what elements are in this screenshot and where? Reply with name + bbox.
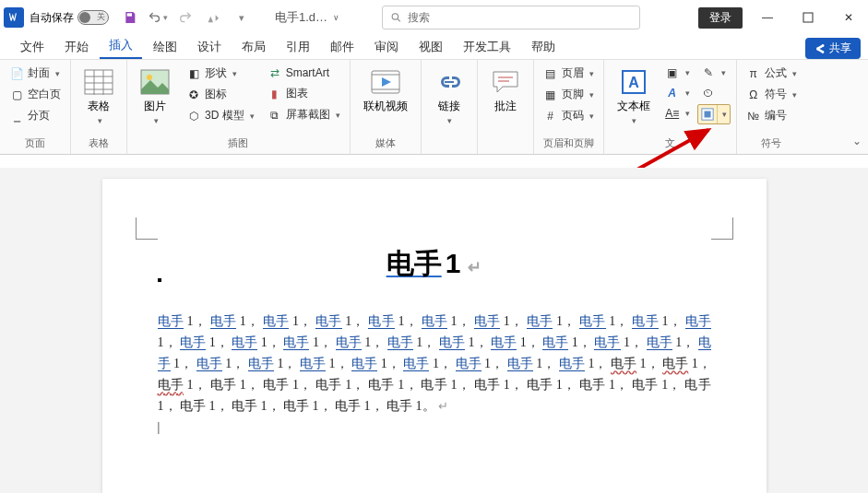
header-icon: ▤: [543, 66, 558, 81]
login-button[interactable]: 登录: [698, 7, 743, 29]
online-video-button[interactable]: 联机视频: [356, 64, 415, 118]
table-button[interactable]: 表格▾: [77, 64, 121, 129]
smartart-button[interactable]: ⇄SmartArt: [264, 64, 344, 82]
autosave-label: 自动保存: [30, 10, 74, 26]
share-icon: [814, 43, 826, 54]
ribbon-tabs: 文件 开始 插入 绘图 设计 布局 引用 邮件 审阅 视图 开发工具 帮助 共享: [0, 35, 868, 59]
undo-button[interactable]: ▾: [148, 7, 168, 28]
tab-insert[interactable]: 插入: [100, 33, 142, 59]
group-label-comments: [504, 137, 506, 154]
redo-button[interactable]: [175, 7, 196, 28]
maximize-button[interactable]: [792, 5, 824, 30]
tab-file[interactable]: 文件: [11, 35, 54, 59]
3d-models-button[interactable]: ⬡3D 模型▾: [183, 106, 258, 125]
group-tables: 表格▾ 表格: [71, 60, 127, 154]
group-label-pages: 页面: [25, 135, 45, 154]
word-app-icon: [4, 7, 24, 28]
cover-page-button[interactable]: 📄封面▾: [6, 64, 65, 83]
object-icon: [698, 105, 717, 123]
textbox-button[interactable]: A 文本框▾: [610, 64, 658, 129]
svg-text:A: A: [628, 75, 639, 90]
group-label-text: 文: [665, 135, 675, 154]
search-box[interactable]: [382, 6, 640, 29]
dropcap-icon: A≡: [665, 106, 680, 121]
tab-developer[interactable]: 开发工具: [454, 35, 520, 59]
document-heading[interactable]: 电手 1 ↵: [158, 245, 711, 283]
symbol-button[interactable]: Ω符号▾: [743, 85, 801, 104]
group-label-media: 媒体: [375, 135, 396, 154]
tab-layout[interactable]: 布局: [232, 35, 275, 59]
table-icon: [84, 67, 113, 97]
cursor-indicator: [158, 278, 161, 282]
page-break-button[interactable]: ⎯分页: [6, 106, 65, 125]
tab-review[interactable]: 审阅: [365, 35, 408, 59]
svg-rect-1: [803, 13, 813, 22]
title-bar: 自动保存 关 ▾ ▾ 电手1.d… ∨ 登录 — ✕: [0, 0, 868, 35]
group-symbols: π公式▾ Ω符号▾ №编号 符号: [737, 60, 806, 154]
tab-draw[interactable]: 绘图: [144, 35, 186, 59]
object-button[interactable]: ▾: [697, 104, 731, 124]
tab-home[interactable]: 开始: [55, 35, 98, 59]
search-icon: [390, 11, 402, 24]
pictures-button[interactable]: 图片▾: [133, 64, 177, 129]
group-media: 联机视频 媒体: [351, 60, 422, 154]
group-label-illustrations: 插图: [228, 135, 248, 154]
paragraph-mark-icon: ↵: [468, 257, 482, 277]
share-button[interactable]: 共享: [805, 38, 861, 59]
icons-icon: ✪: [186, 88, 201, 102]
number-icon: №: [746, 109, 761, 123]
ribbon-collapse-button[interactable]: ⌄: [850, 134, 864, 148]
signature-icon: ✎: [701, 65, 716, 80]
crop-mark: [711, 217, 733, 240]
svg-rect-2: [85, 70, 113, 94]
tab-view[interactable]: 视图: [410, 35, 452, 59]
number-button[interactable]: №编号: [743, 106, 801, 125]
svg-point-4: [147, 75, 152, 80]
footer-icon: ▦: [543, 88, 558, 102]
toggle-off-icon[interactable]: 关: [77, 10, 109, 25]
signature-line-button[interactable]: ✎▾: [697, 64, 731, 82]
tab-references[interactable]: 引用: [277, 35, 319, 59]
group-pages: 📄封面▾ ▢空白页 ⎯分页 页面: [0, 60, 71, 154]
tab-help[interactable]: 帮助: [522, 35, 565, 59]
wordart-icon: A: [665, 86, 680, 100]
group-text: A 文本框▾ ▣▾ A▾ A≡▾ ✎▾ ⏲ ▾ 文: [604, 60, 737, 154]
object-dropdown[interactable]: ▾: [717, 105, 730, 123]
tab-design[interactable]: 设计: [188, 35, 231, 59]
screenshot-button[interactable]: ⧉屏幕截图▾: [264, 105, 344, 124]
document-paragraph[interactable]: 电手 1， 电手 1， 电手 1， 电手 1， 电手 1， 电手 1， 电手 1…: [158, 311, 711, 439]
icons-button[interactable]: ✪图标: [183, 85, 258, 104]
svg-point-0: [392, 14, 398, 19]
header-button[interactable]: ▤页眉▾: [540, 64, 598, 83]
drop-cap-button[interactable]: A≡▾: [661, 104, 694, 123]
close-button[interactable]: ✕: [833, 5, 864, 30]
crop-mark: [136, 217, 158, 240]
picture-icon: [140, 67, 170, 97]
search-input[interactable]: [408, 11, 632, 24]
page-number-button[interactable]: #页码▾: [540, 106, 598, 125]
equation-button[interactable]: π公式▾: [743, 64, 801, 83]
comment-button[interactable]: 批注: [483, 64, 528, 118]
touch-mode-button[interactable]: [203, 7, 223, 28]
document-area[interactable]: 电手 1 ↵ 电手 1， 电手 1， 电手 1， 电手 1， 电手 1， 电手 …: [0, 168, 868, 493]
link-button[interactable]: 链接▾: [427, 64, 471, 129]
textbox-icon: A: [619, 67, 648, 97]
wordart-button[interactable]: A▾: [661, 84, 694, 102]
date-time-button[interactable]: ⏲: [697, 84, 731, 102]
shapes-button[interactable]: ◧形状▾: [183, 64, 258, 83]
quick-parts-button[interactable]: ▣▾: [661, 64, 694, 82]
qat-customize-button[interactable]: ▾: [231, 7, 251, 28]
comment-icon: [491, 67, 520, 97]
save-button[interactable]: [120, 7, 140, 28]
smartart-icon: ⇄: [268, 65, 282, 80]
tab-mailings[interactable]: 邮件: [321, 35, 363, 59]
group-illustrations: 图片▾ ◧形状▾ ✪图标 ⬡3D 模型▾ ⇄SmartArt ▮图表 ⧉屏幕截图…: [127, 60, 351, 154]
svg-rect-9: [704, 112, 710, 118]
document-title[interactable]: 电手1.d… ∨: [275, 9, 339, 26]
footer-button[interactable]: ▦页脚▾: [540, 85, 598, 104]
chart-button[interactable]: ▮图表: [264, 84, 344, 103]
blank-page-button[interactable]: ▢空白页: [6, 85, 65, 104]
minimize-button[interactable]: —: [752, 5, 783, 30]
page[interactable]: 电手 1 ↵ 电手 1， 电手 1， 电手 1， 电手 1， 电手 1， 电手 …: [102, 179, 767, 493]
autosave-toggle[interactable]: 自动保存 关: [30, 10, 109, 26]
